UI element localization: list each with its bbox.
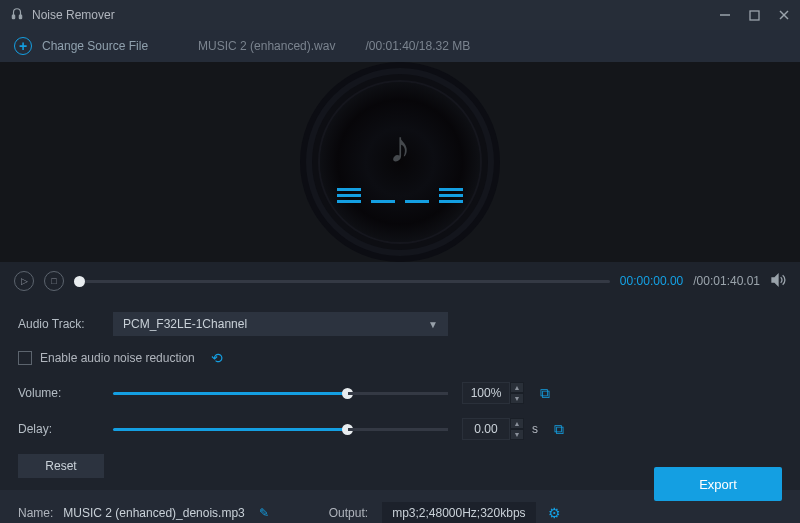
delay-thumb[interactable] — [342, 424, 353, 435]
audio-track-value: PCM_F32LE-1Channel — [123, 317, 247, 331]
playback-bar: ▷ □ 00:00:00.00/00:01:40.01 — [0, 262, 800, 300]
audio-track-label: Audio Track: — [18, 317, 113, 331]
output-settings-icon[interactable]: ⚙ — [548, 505, 561, 521]
delay-label: Delay: — [18, 422, 113, 436]
seek-track[interactable] — [74, 280, 610, 283]
volume-icon[interactable] — [770, 272, 786, 291]
app-title: Noise Remover — [32, 8, 115, 22]
time-current: 00:00:00.00 — [620, 274, 683, 288]
svg-rect-0 — [12, 15, 14, 19]
name-label: Name: — [18, 506, 53, 520]
audio-disc-icon: ♪ — [320, 82, 480, 242]
volume-value[interactable]: 100% — [462, 382, 510, 404]
play-button[interactable]: ▷ — [14, 271, 34, 291]
svg-rect-3 — [750, 11, 759, 20]
source-filename: MUSIC 2 (enhanced).wav — [198, 39, 335, 53]
change-source-link[interactable]: Change Source File — [42, 39, 148, 53]
output-value: mp3;2;48000Hz;320kbps — [382, 502, 535, 523]
time-duration: /00:01:40.01 — [693, 274, 760, 288]
delay-slider[interactable] — [113, 428, 348, 431]
source-bar: + Change Source File MUSIC 2 (enhanced).… — [0, 30, 800, 62]
volume-stepper[interactable]: ▲▼ — [510, 382, 524, 404]
equalizer-icon — [337, 188, 463, 203]
controls-panel: Audio Track: PCM_F32LE-1Channel ▼ Enable… — [0, 300, 800, 490]
volume-slider[interactable] — [113, 392, 348, 395]
titlebar: Noise Remover — [0, 0, 800, 30]
seek-thumb[interactable] — [74, 276, 85, 287]
volume-thumb[interactable] — [342, 388, 353, 399]
close-button[interactable] — [778, 9, 790, 21]
delay-stepper[interactable]: ▲▼ — [510, 418, 524, 440]
volume-label: Volume: — [18, 386, 113, 400]
audio-track-select[interactable]: PCM_F32LE-1Channel ▼ — [113, 312, 448, 336]
bottom-panel: Name: MUSIC 2 (enhanced)_denois.mp3 ✎ Ou… — [0, 490, 800, 523]
edit-name-icon[interactable]: ✎ — [259, 506, 269, 520]
export-button[interactable]: Export — [654, 467, 782, 501]
source-meta: /00:01:40/18.32 MB — [365, 39, 470, 53]
delay-value[interactable]: 0.00 — [462, 418, 510, 440]
noise-reduction-checkbox[interactable] — [18, 351, 32, 365]
minimize-button[interactable] — [719, 9, 731, 21]
preview-area: ♪ — [0, 62, 800, 262]
name-value: MUSIC 2 (enhanced)_denois.mp3 — [63, 506, 244, 520]
chevron-down-icon: ▼ — [428, 319, 438, 330]
noise-reduction-label: Enable audio noise reduction — [40, 351, 195, 365]
delay-copy-icon[interactable]: ⧉ — [554, 421, 564, 438]
maximize-button[interactable] — [749, 10, 760, 21]
output-label: Output: — [329, 506, 368, 520]
stop-button[interactable]: □ — [44, 271, 64, 291]
svg-rect-1 — [19, 15, 21, 19]
music-note-icon: ♪ — [389, 122, 411, 172]
noise-refresh-icon[interactable]: ⟲ — [211, 350, 223, 366]
volume-copy-icon[interactable]: ⧉ — [540, 385, 550, 402]
reset-button[interactable]: Reset — [18, 454, 104, 478]
app-icon — [10, 7, 24, 24]
add-source-icon[interactable]: + — [14, 37, 32, 55]
delay-unit: s — [532, 422, 538, 436]
svg-marker-6 — [772, 274, 778, 285]
